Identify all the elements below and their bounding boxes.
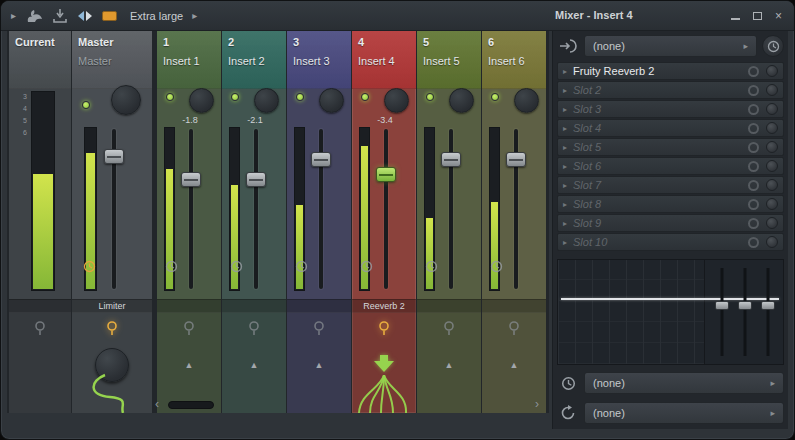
slot-mix-knob[interactable] <box>766 198 778 210</box>
route-up-arrow-icon[interactable]: ▲ <box>315 360 324 370</box>
volume-fader[interactable] <box>376 127 396 291</box>
channel-header[interactable]: 4 Insert 4 <box>352 31 416 89</box>
pan-knob[interactable] <box>319 88 344 113</box>
slot-enable-ring[interactable] <box>748 199 759 210</box>
effect-slot[interactable]: ▸ Slot 5 <box>557 138 784 156</box>
volume-fader[interactable] <box>311 127 331 291</box>
volume-fader[interactable] <box>246 127 266 291</box>
effect-slot[interactable]: ▸ Slot 3 <box>557 100 784 118</box>
mute-led[interactable] <box>231 93 239 101</box>
route-up-arrow-icon[interactable]: ▲ <box>445 360 454 370</box>
mixer-channel[interactable]: 3 Insert 3 ▲ <box>287 31 351 413</box>
mixer-channel[interactable]: 2 Insert 2 -2.1 ▲ <box>222 31 286 413</box>
volume-fader[interactable] <box>506 127 526 291</box>
pan-knob[interactable] <box>514 88 539 113</box>
effect-slot[interactable]: ▸ Slot 4 <box>557 119 784 137</box>
plug-icon[interactable] <box>443 320 456 341</box>
slot-mix-knob[interactable] <box>766 65 778 77</box>
eq-band-mid-fader[interactable] <box>737 268 753 356</box>
clock-icon[interactable] <box>490 259 503 277</box>
eq-band-low-fader[interactable] <box>714 268 730 356</box>
plug-icon[interactable] <box>378 320 391 341</box>
mixer-channel[interactable]: 4 Insert 4 -3.4 Reeverb 2 <box>352 31 416 413</box>
slot-enable-ring[interactable] <box>748 142 759 153</box>
mute-led[interactable] <box>296 93 304 101</box>
fader-handle[interactable] <box>506 152 526 167</box>
slot-mix-knob[interactable] <box>766 217 778 229</box>
clock-icon[interactable] <box>425 259 438 277</box>
minimize-button[interactable] <box>731 13 740 20</box>
close-button[interactable]: × <box>775 10 782 22</box>
eq-band-high-fader[interactable] <box>760 268 776 356</box>
channel-header[interactable]: Current <box>9 31 71 89</box>
view-size-selector[interactable]: Extra large <box>130 10 183 22</box>
pan-knob[interactable] <box>111 85 141 115</box>
mixer-channel[interactable]: 6 Insert 6 ▲ <box>482 31 546 413</box>
color-swatch-icon[interactable] <box>102 11 117 21</box>
effect-slot[interactable]: ▸ Slot 7 <box>557 176 784 194</box>
clock-icon[interactable] <box>295 259 308 277</box>
slot-mix-knob[interactable] <box>766 160 778 172</box>
volume-fader[interactable] <box>104 127 124 291</box>
slot-enable-ring[interactable] <box>748 180 759 191</box>
route-up-arrow-icon[interactable]: ▲ <box>250 360 259 370</box>
mixer-channel[interactable]: Current 3456 <box>9 31 71 413</box>
fader-handle[interactable] <box>104 149 124 164</box>
clock-icon[interactable] <box>165 259 178 277</box>
menu-arrow-icon[interactable]: ▸ <box>11 10 16 21</box>
effect-slot[interactable]: ▸ Slot 10 <box>557 233 784 251</box>
plug-icon[interactable] <box>183 320 196 341</box>
output-select[interactable]: (none) ▸ <box>584 372 784 394</box>
channel-header[interactable]: 1 Insert 1 <box>157 31 221 89</box>
slot-mix-knob[interactable] <box>766 179 778 191</box>
fader-handle[interactable] <box>246 172 266 187</box>
fader-handle[interactable] <box>311 152 331 167</box>
mute-led[interactable] <box>166 93 174 101</box>
pan-knob[interactable] <box>449 88 474 113</box>
mute-led[interactable] <box>426 93 434 101</box>
mixer-channel[interactable]: 1 Insert 1 -1.8 ▲ <box>157 31 221 413</box>
eq-display[interactable] <box>557 259 784 365</box>
pan-knob[interactable] <box>384 88 409 113</box>
effect-slot[interactable]: ▸ Slot 2 <box>557 81 784 99</box>
slot-mix-knob[interactable] <box>766 84 778 96</box>
maximize-button[interactable] <box>753 12 762 20</box>
slot-enable-ring[interactable] <box>748 237 759 248</box>
channel-header[interactable]: 2 Insert 2 <box>222 31 286 89</box>
mute-led[interactable] <box>491 93 499 101</box>
plug-icon[interactable] <box>508 320 521 341</box>
clock-icon[interactable] <box>230 259 243 277</box>
slot-mix-knob[interactable] <box>766 122 778 134</box>
channel-header[interactable]: 6 Insert 6 <box>482 31 546 89</box>
plug-icon[interactable] <box>248 320 261 341</box>
route-up-arrow-icon[interactable]: ▲ <box>185 360 194 370</box>
slot-mix-knob[interactable] <box>766 236 778 248</box>
stereo-triangles-icon[interactable] <box>77 10 93 22</box>
pan-knob[interactable] <box>189 88 214 113</box>
slot-mix-knob[interactable] <box>766 103 778 115</box>
pan-knob[interactable] <box>254 88 279 113</box>
mixer-channel[interactable]: 5 Insert 5 ▲ <box>417 31 481 413</box>
slot-enable-ring[interactable] <box>748 66 759 77</box>
cycle-icon[interactable] <box>557 402 579 424</box>
volume-fader[interactable] <box>441 127 461 291</box>
fader-handle[interactable] <box>376 167 396 182</box>
plug-icon[interactable] <box>313 320 326 341</box>
slot-enable-ring[interactable] <box>748 218 759 229</box>
channel-header[interactable]: Master Master <box>72 31 152 89</box>
view-size-arrow-icon[interactable]: ▸ <box>192 10 197 21</box>
channel-header[interactable]: 5 Insert 5 <box>417 31 481 89</box>
swan-icon[interactable] <box>25 9 43 23</box>
slot-enable-ring[interactable] <box>748 123 759 134</box>
audio-input-icon[interactable] <box>557 35 579 57</box>
slot-enable-ring[interactable] <box>748 85 759 96</box>
fader-handle[interactable] <box>181 172 201 187</box>
sidechain-select[interactable]: (none) ▸ <box>584 402 784 424</box>
route-up-arrow-icon[interactable]: ▲ <box>510 360 519 370</box>
input-options-knob[interactable] <box>762 35 784 57</box>
slot-enable-ring[interactable] <box>748 161 759 172</box>
mute-led[interactable] <box>82 101 90 109</box>
volume-fader[interactable] <box>181 127 201 291</box>
effect-slot[interactable]: ▸ Slot 9 <box>557 214 784 232</box>
mute-led[interactable] <box>361 93 369 101</box>
